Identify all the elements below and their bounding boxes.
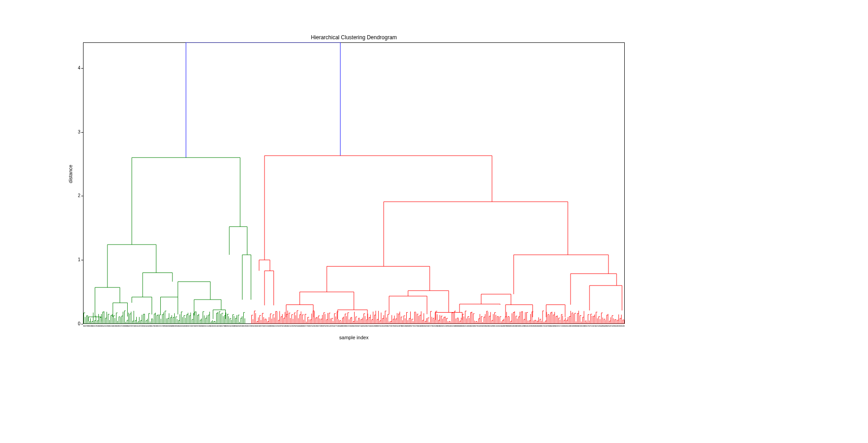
y-tick-label: 2 — [74, 193, 80, 198]
chart-title: Hierarchical Clustering Dendrogram — [83, 34, 625, 41]
y-tick-label: 1 — [74, 257, 80, 262]
y-tick-label: 3 — [74, 129, 80, 134]
y-axis-label: distance — [68, 165, 73, 183]
y-tick-label: 4 — [74, 65, 80, 70]
dendrogram-plot — [83, 42, 625, 324]
dendrogram-svg — [83, 42, 625, 324]
y-tick-mark — [81, 324, 83, 324]
x-axis-sample-indices: 3522733992386111781363282542122818122466… — [83, 325, 625, 333]
x-axis-label: sample index — [83, 335, 625, 340]
y-tick-label: 0 — [74, 321, 80, 326]
